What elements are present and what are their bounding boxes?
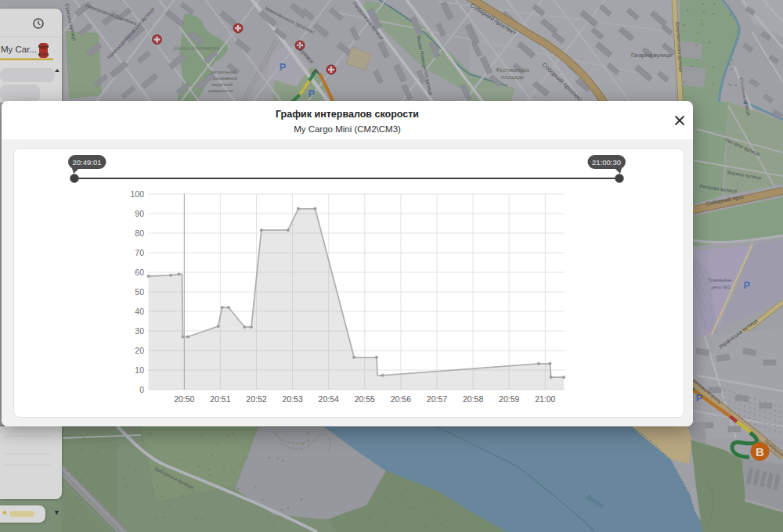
svg-text:40: 40 xyxy=(135,307,144,316)
svg-text:20:51: 20:51 xyxy=(210,394,230,404)
svg-text:20:56: 20:56 xyxy=(391,394,411,404)
svg-text:10: 10 xyxy=(135,365,144,375)
svg-text:21:00: 21:00 xyxy=(535,394,555,404)
svg-text:20:53: 20:53 xyxy=(282,394,302,404)
svg-text:20:58: 20:58 xyxy=(463,394,483,404)
svg-text:90: 90 xyxy=(135,209,144,218)
svg-text:20:59: 20:59 xyxy=(499,394,519,404)
svg-text:20:50: 20:50 xyxy=(174,394,194,404)
svg-text:100: 100 xyxy=(130,189,144,199)
svg-text:80: 80 xyxy=(135,228,144,238)
svg-text:20:57: 20:57 xyxy=(427,394,447,404)
svg-text:20:55: 20:55 xyxy=(355,394,375,404)
svg-text:70: 70 xyxy=(135,248,144,257)
svg-text:20: 20 xyxy=(135,346,144,355)
svg-text:20:52: 20:52 xyxy=(246,394,266,404)
svg-text:0: 0 xyxy=(139,385,144,394)
svg-text:50: 50 xyxy=(135,287,144,297)
svg-text:20:54: 20:54 xyxy=(319,394,339,404)
svg-text:30: 30 xyxy=(135,326,144,336)
svg-text:60: 60 xyxy=(135,268,144,277)
